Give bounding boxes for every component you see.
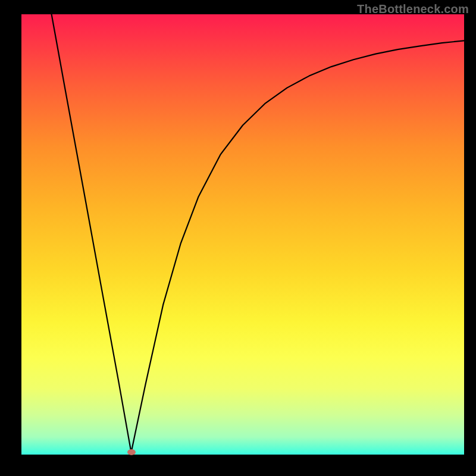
bottleneck-curve: [21, 14, 464, 455]
plot-area: [21, 14, 464, 455]
watermark: TheBottleneck.com: [357, 2, 469, 16]
minimum-marker: [127, 449, 136, 455]
chart-frame: [12, 14, 464, 464]
